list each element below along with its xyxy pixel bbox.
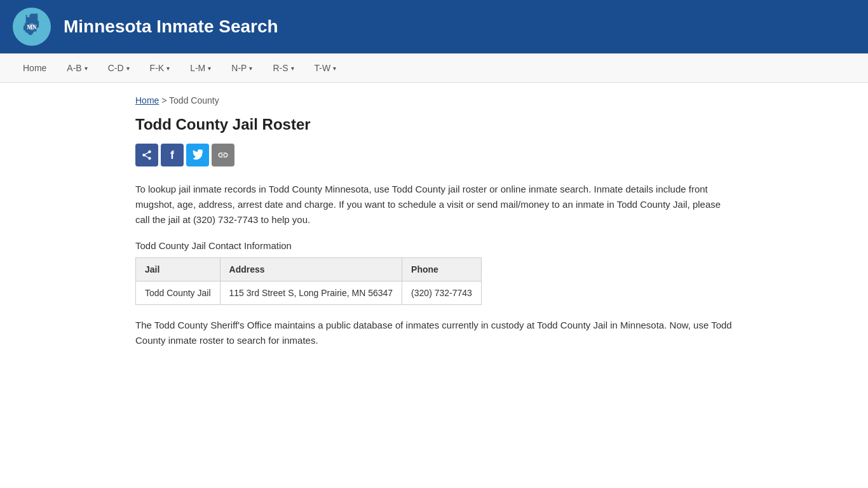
jail-info-table: Jail Address Phone Todd County Jail 115 …	[135, 257, 482, 305]
table-cell-jail: Todd County Jail	[136, 281, 220, 305]
breadcrumb-separator: >	[161, 95, 169, 105]
nav-ab-caret: ▾	[85, 65, 88, 72]
nav-np-caret: ▾	[249, 65, 252, 72]
table-header-address: Address	[220, 258, 402, 281]
nav-rs-caret: ▾	[291, 65, 294, 72]
nav-home[interactable]: Home	[13, 55, 57, 81]
main-content: Home > Todd County Todd County Jail Rost…	[116, 83, 752, 374]
table-body: Todd County Jail 115 3rd Street S, Long …	[136, 281, 482, 305]
svg-text:MN: MN	[27, 24, 37, 30]
breadcrumb: Home > Todd County	[135, 95, 733, 105]
site-logo: MN	[13, 8, 51, 46]
breadcrumb-current: Todd County	[169, 95, 219, 105]
nav-lm-caret: ▾	[208, 65, 211, 72]
nav-cd-caret: ▾	[126, 65, 130, 72]
table-cell-phone: (320) 732-7743	[402, 281, 482, 305]
share-button[interactable]	[135, 144, 158, 166]
copy-link-button[interactable]	[212, 144, 234, 166]
main-description: To lookup jail inmate records in Todd Co…	[135, 182, 733, 227]
nav-fk-caret: ▾	[166, 65, 170, 72]
contact-info-label: Todd County Jail Contact Information	[135, 240, 733, 251]
site-header: MN Minnesota Inmate Search	[0, 0, 868, 53]
main-nav: Home A-B ▾ C-D ▾ F-K ▾ L-M ▾ N-P ▾ R-S ▾…	[0, 53, 868, 83]
table-header: Jail Address Phone	[136, 258, 482, 281]
nav-tw[interactable]: T-W ▾	[304, 55, 347, 81]
bottom-description: The Todd County Sheriff's Office maintai…	[135, 318, 733, 348]
table-header-phone: Phone	[402, 258, 482, 281]
nav-lm[interactable]: L-M ▾	[180, 55, 221, 81]
twitter-button[interactable]	[186, 144, 209, 166]
page-title: Todd County Jail Roster	[135, 116, 733, 133]
nav-ab[interactable]: A-B ▾	[57, 55, 97, 81]
nav-tw-caret: ▾	[333, 65, 336, 72]
facebook-button[interactable]: f	[161, 144, 184, 166]
table-row: Todd County Jail 115 3rd Street S, Long …	[136, 281, 482, 305]
nav-np[interactable]: N-P ▾	[221, 55, 262, 81]
table-header-jail: Jail	[136, 258, 220, 281]
social-share-buttons: f	[135, 144, 733, 166]
nav-rs[interactable]: R-S ▾	[262, 55, 304, 81]
nav-cd[interactable]: C-D ▾	[98, 55, 140, 81]
site-title: Minnesota Inmate Search	[64, 17, 278, 37]
breadcrumb-home[interactable]: Home	[135, 95, 159, 105]
table-cell-address: 115 3rd Street S, Long Prairie, MN 56347	[220, 281, 402, 305]
nav-fk[interactable]: F-K ▾	[140, 55, 180, 81]
